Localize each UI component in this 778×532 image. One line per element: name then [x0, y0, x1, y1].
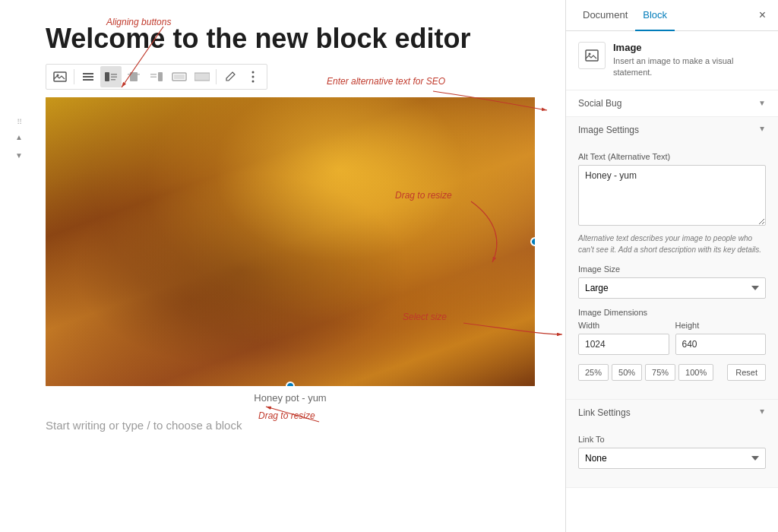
image-settings-header[interactable]: Image Settings ▲ [566, 117, 778, 143]
size-75-button[interactable]: 75% [645, 364, 675, 381]
dimensions-row: Width Height [578, 321, 766, 364]
svg-rect-3 [83, 76, 93, 78]
svg-rect-8 [111, 79, 115, 81]
image-dimensions-label: Image Dimensions [578, 308, 766, 317]
link-to-select[interactable]: None Media File Attachment Page Custom U… [578, 448, 766, 469]
reset-dimensions-button[interactable]: Reset [727, 364, 766, 381]
width-group: Width [578, 321, 669, 355]
drag-handle[interactable]: ⠿ [17, 118, 22, 126]
image-dimensions-group: Image Dimensions Width Height 25% 50% 75… [578, 308, 766, 381]
image-settings-section: Image Settings ▲ Alt Text (Alternative T… [566, 117, 778, 400]
svg-rect-7 [111, 77, 117, 78]
width-label: Width [578, 321, 669, 330]
move-down-button[interactable]: ▼ [11, 147, 27, 163]
block-info-section: Image Insert an image to make a visual s… [566, 31, 778, 90]
svg-rect-17 [194, 73, 210, 81]
svg-rect-12 [158, 72, 163, 81]
image-size-label: Image Size [578, 264, 766, 274]
social-bug-header[interactable]: Social Bug ▼ [566, 90, 778, 116]
image-size-group: Image Size Large Thumbnail Medium Full S… [578, 264, 766, 299]
svg-rect-14 [150, 77, 157, 78]
svg-point-24 [589, 53, 591, 55]
svg-rect-23 [586, 50, 598, 61]
link-to-label: Link To [578, 435, 766, 444]
svg-rect-4 [83, 79, 93, 81]
toolbar-divider [74, 69, 74, 84]
social-bug-label: Social Bug [578, 98, 621, 109]
sidebar-tabs-group: Document Block [575, 0, 675, 30]
toolbar-divider-2 [216, 69, 217, 84]
size-buttons-row: 25% 50% 75% 100% Reset [578, 364, 766, 381]
align-none-button[interactable] [77, 66, 99, 87]
alt-text-input[interactable]: Honey - yum [578, 165, 766, 226]
svg-rect-9 [130, 72, 138, 81]
block-handle: ⠿ ▲ ▼ [11, 118, 27, 163]
tab-document[interactable]: Document [575, 0, 635, 31]
social-bug-chevron: ▼ [758, 99, 766, 107]
link-settings-header[interactable]: Link Settings ▲ [566, 400, 778, 426]
link-settings-chevron: ▲ [758, 408, 766, 416]
block-description: Insert an image to make a visual stateme… [613, 55, 766, 79]
image-type-button[interactable] [49, 66, 71, 87]
size-100-button[interactable]: 100% [678, 364, 713, 381]
height-label: Height [675, 321, 767, 330]
image-settings-chevron: ▲ [758, 125, 766, 134]
link-settings-section: Link Settings ▲ Link To None Media File … [566, 400, 778, 488]
annotation-alt-text: Enter alternative text for SEO [327, 76, 445, 87]
sidebar: Document Block × Image Insert an image t… [565, 0, 778, 532]
svg-rect-10 [128, 74, 130, 75]
block-icon [578, 42, 606, 69]
sidebar-tabs: Document Block × [566, 0, 778, 31]
svg-point-21 [252, 81, 255, 83]
svg-rect-2 [83, 73, 93, 74]
svg-rect-11 [138, 74, 140, 75]
link-settings-label: Link Settings [578, 407, 631, 418]
start-writing-prompt[interactable]: Start writing or type / to choose a bloc… [46, 419, 535, 432]
link-to-group: Link To None Media File Attachment Page … [578, 435, 766, 469]
resize-handle-right[interactable] [530, 237, 535, 246]
image-settings-label: Image Settings [578, 125, 639, 135]
social-bug-section: Social Bug ▼ [566, 90, 778, 117]
svg-rect-16 [174, 74, 185, 79]
tab-block[interactable]: Block [635, 0, 675, 31]
block-info-text: Image Insert an image to make a visual s… [613, 42, 766, 79]
image-placeholder [46, 97, 535, 386]
block-name: Image [613, 42, 766, 53]
alt-text-label: Alt Text (Alternative Text) [578, 152, 766, 161]
align-right-button[interactable] [146, 66, 167, 87]
align-left-button[interactable] [100, 66, 122, 87]
image-block: Honey pot - yum [46, 97, 535, 404]
editor-title[interactable]: Welcome to the new block editor [46, 23, 535, 55]
align-full-button[interactable] [191, 66, 213, 87]
align-wide-button[interactable] [169, 66, 190, 87]
svg-point-19 [252, 71, 255, 74]
alt-text-group: Alt Text (Alternative Text) Honey - yum … [578, 152, 766, 255]
close-sidebar-button[interactable]: × [756, 5, 769, 25]
svg-rect-13 [150, 74, 157, 75]
edit-button[interactable] [220, 66, 241, 87]
height-group: Height [675, 321, 767, 355]
link-settings-content: Link To None Media File Attachment Page … [566, 426, 778, 487]
height-input[interactable] [675, 334, 767, 355]
honey-overlay [46, 97, 535, 386]
size-25-button[interactable]: 25% [578, 364, 609, 381]
alt-text-help: Alternative text describes your image to… [578, 233, 766, 255]
move-up-button[interactable]: ▲ [11, 129, 27, 144]
svg-point-20 [252, 76, 255, 78]
width-input[interactable] [578, 334, 669, 355]
align-center-button[interactable] [123, 66, 144, 87]
image-caption[interactable]: Honey pot - yum [46, 392, 535, 404]
more-options-button[interactable] [242, 66, 264, 87]
svg-rect-5 [105, 72, 109, 81]
image-size-select[interactable]: Large Thumbnail Medium Full Size [578, 277, 766, 299]
block-toolbar [46, 64, 267, 90]
editor-area: ⠿ ▲ ▼ Welcome to the new block editor [0, 0, 565, 532]
image-settings-content: Alt Text (Alternative Text) Honey - yum … [566, 143, 778, 399]
size-50-button[interactable]: 50% [612, 364, 642, 381]
svg-rect-6 [111, 74, 117, 75]
resize-handle-bottom[interactable] [286, 382, 295, 386]
